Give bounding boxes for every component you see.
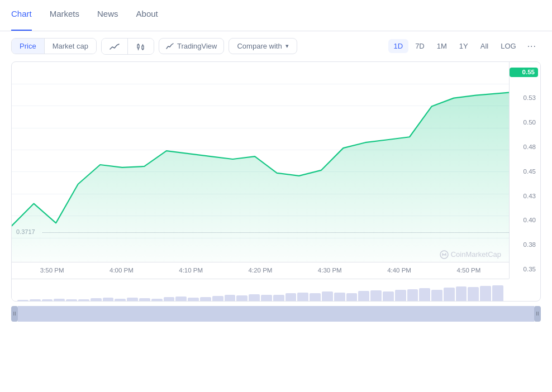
x-axis: 3:50 PM 4:00 PM 4:10 PM 4:20 PM 4:30 PM … xyxy=(12,262,509,279)
left-handle-icon: ⏸ xyxy=(12,310,17,317)
volume-bar xyxy=(115,299,126,301)
time-all-button[interactable]: All xyxy=(475,39,494,53)
time-1m-button[interactable]: 1M xyxy=(431,39,453,53)
volume-bar xyxy=(54,299,65,301)
tab-about[interactable]: About xyxy=(136,0,158,31)
volume-bar xyxy=(261,295,272,301)
volume-bar xyxy=(468,287,479,300)
x-label-350pm: 3:50 PM xyxy=(40,267,64,274)
tab-chart[interactable]: Chart xyxy=(11,0,32,31)
tab-news[interactable]: News xyxy=(97,0,118,31)
chart-inner: 0.3717 0.55 0.53 0.50 0.48 0.45 0.43 0.4… xyxy=(12,62,540,301)
tab-markets[interactable]: Markets xyxy=(50,0,79,31)
coinmarketcap-watermark: CoinMarketCap xyxy=(440,250,501,259)
volume-bar xyxy=(407,289,418,301)
volume-bar xyxy=(225,295,236,300)
market-cap-button[interactable]: Market cap xyxy=(45,39,96,54)
x-label-420pm: 4:20 PM xyxy=(249,267,273,274)
volume-bar xyxy=(322,291,333,300)
nav-tabs: Chart Markets News About xyxy=(0,0,552,31)
more-button[interactable]: ··· xyxy=(523,39,541,54)
line-chart-button[interactable] xyxy=(102,39,128,54)
y-label-0.50: 0.50 xyxy=(510,119,540,126)
volume-bar xyxy=(334,293,345,301)
volume-bar xyxy=(188,298,199,301)
time-1d-button[interactable]: 1D xyxy=(388,39,409,53)
time-period-group: 1D 7D 1M 1Y All LOG ··· xyxy=(388,39,541,54)
volume-bar xyxy=(175,297,187,300)
range-slider[interactable]: ⏸ ⏸ xyxy=(11,306,541,322)
volume-bar xyxy=(151,299,163,301)
volume-bar xyxy=(419,288,430,300)
volume-bar xyxy=(273,295,284,300)
volume-bar xyxy=(395,290,406,300)
price-market-cap-group: Price Market cap xyxy=(11,38,97,54)
svg-point-6 xyxy=(440,251,448,259)
y-label-0.35: 0.35 xyxy=(510,266,540,273)
y-axis: 0.55 0.53 0.50 0.48 0.45 0.43 0.40 0.38 … xyxy=(509,62,540,279)
volume-bar xyxy=(17,300,28,300)
price-button[interactable]: Price xyxy=(12,39,45,54)
trading-view-button[interactable]: TradingView xyxy=(159,38,225,54)
volume-bar xyxy=(370,290,382,300)
volume-bar xyxy=(78,299,89,300)
chart-type-group xyxy=(101,38,154,55)
volume-bar xyxy=(456,286,467,301)
right-handle-icon: ⏸ xyxy=(535,310,540,317)
candle-chart-button[interactable] xyxy=(128,39,154,54)
y-label-0.45: 0.45 xyxy=(510,169,540,175)
volume-bar xyxy=(200,297,211,301)
volume-bar xyxy=(139,298,150,300)
x-label-410pm: 4:10 PM xyxy=(179,267,203,274)
volume-bar xyxy=(492,285,503,301)
y-label-0.40: 0.40 xyxy=(510,217,540,224)
x-label-450pm: 4:50 PM xyxy=(456,267,480,274)
time-1y-button[interactable]: 1Y xyxy=(454,39,474,53)
chart-toolbar: Price Market cap TradingView Compare wi xyxy=(0,31,552,61)
y-label-0.53: 0.53 xyxy=(510,95,540,102)
volume-bar xyxy=(103,298,114,300)
volume-bar xyxy=(212,296,223,301)
volume-bar xyxy=(236,295,248,301)
y-label-0.55: 0.55 xyxy=(510,68,538,78)
chevron-down-icon: ▾ xyxy=(285,42,289,50)
volume-bar xyxy=(297,293,308,301)
volume-bar xyxy=(383,291,394,301)
compare-label: Compare with xyxy=(237,42,282,50)
right-range-handle[interactable]: ⏸ xyxy=(534,306,541,322)
trading-view-label: TradingView xyxy=(177,42,217,50)
x-label-440pm: 4:40 PM xyxy=(387,267,411,274)
volume-bar xyxy=(249,294,260,301)
y-label-0.48: 0.48 xyxy=(510,144,540,151)
volume-bar xyxy=(285,293,297,300)
volume-bar xyxy=(358,291,369,301)
price-chart-svg xyxy=(12,62,509,262)
watermark-text: CoinMarketCap xyxy=(451,250,501,259)
svg-rect-3 xyxy=(142,46,144,49)
range-track xyxy=(18,306,534,322)
volume-bar xyxy=(431,290,442,301)
volume-bar xyxy=(127,298,138,301)
log-button[interactable]: LOG xyxy=(495,39,521,53)
left-range-handle[interactable]: ⏸ xyxy=(11,306,18,322)
y-label-0.38: 0.38 xyxy=(510,242,540,248)
chart-container: 0.3717 0.55 0.53 0.50 0.48 0.45 0.43 0.4… xyxy=(11,61,541,302)
x-label-400pm: 4:00 PM xyxy=(110,267,134,274)
volume-area xyxy=(12,279,509,301)
volume-bar xyxy=(310,293,321,301)
volume-bar xyxy=(164,297,175,301)
volume-bar xyxy=(91,298,102,300)
y-label-0.43: 0.43 xyxy=(510,193,540,200)
volume-bar xyxy=(66,299,77,301)
volume-bar xyxy=(480,286,491,301)
volume-bar xyxy=(30,299,41,301)
svg-rect-0 xyxy=(137,45,139,48)
compare-button[interactable]: Compare with ▾ xyxy=(229,38,297,54)
volume-bar xyxy=(42,299,53,300)
volume-bar xyxy=(346,293,358,300)
x-label-430pm: 4:30 PM xyxy=(318,267,342,274)
time-7d-button[interactable]: 7D xyxy=(410,39,430,53)
volume-bar xyxy=(444,288,455,301)
